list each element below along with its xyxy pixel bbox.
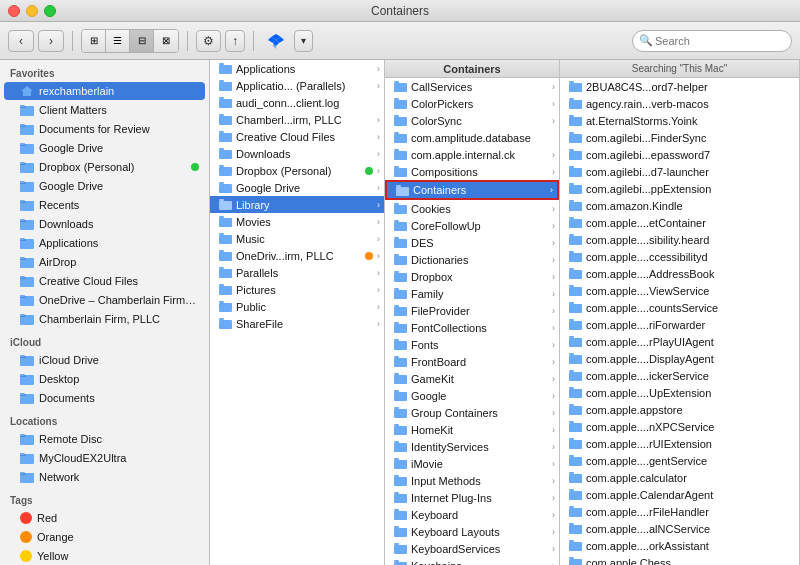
sidebar-item-1[interactable]: MyCloudEX2Ultra [4,449,205,467]
sidebar-item-1[interactable]: Orange [4,528,205,546]
col2-item-14[interactable]: FontCollections› [385,319,559,336]
col2-item-5[interactable]: Compositions› [385,163,559,180]
col3-item-9[interactable]: com.apple....sibility.heard [560,231,799,248]
col3-item-26[interactable]: com.apple....alNCService [560,520,799,537]
col3-item-27[interactable]: com.apple....orkAssistant [560,537,799,554]
sidebar-item-10[interactable]: Creative Cloud Files [4,272,205,290]
col3-item-5[interactable]: com.agilebi...d7-launcher [560,163,799,180]
col1-item-4[interactable]: Creative Cloud Files› [210,128,384,145]
col3-item-13[interactable]: com.apple....countsService [560,299,799,316]
col3-item-14[interactable]: com.apple....riForwarder [560,316,799,333]
search-input[interactable] [632,30,792,52]
col3-item-28[interactable]: com.apple.Chess [560,554,799,565]
sidebar-item-9[interactable]: AirDrop [4,253,205,271]
sidebar-item-2[interactable]: Documents [4,389,205,407]
sidebar-item-7[interactable]: Downloads [4,215,205,233]
col3-item-0[interactable]: 2BUA8C4S...ord7-helper [560,78,799,95]
col1-item-13[interactable]: Pictures› [210,281,384,298]
view-column-button[interactable]: ⊟ [130,30,154,52]
col2-item-11[interactable]: Dropbox› [385,268,559,285]
col3-item-12[interactable]: com.apple....ViewService [560,282,799,299]
maximize-button[interactable] [44,5,56,17]
col3-item-20[interactable]: com.apple....nXPCService [560,418,799,435]
col1-item-8[interactable]: Library› [210,196,384,213]
col1-item-3[interactable]: Chamberl...irm, PLLC› [210,111,384,128]
col3-item-16[interactable]: com.apple....DisplayAgent [560,350,799,367]
col3-item-18[interactable]: com.apple....UpExtension [560,384,799,401]
sidebar-item-12[interactable]: Chamberlain Firm, PLLC [4,310,205,328]
sidebar-item-3[interactable]: Google Drive [4,139,205,157]
col3-item-25[interactable]: com.apple....rFileHandler [560,503,799,520]
col2-item-18[interactable]: Google› [385,387,559,404]
col3-item-22[interactable]: com.apple....gentService [560,452,799,469]
col3-item-10[interactable]: com.apple....ccessibilityd [560,248,799,265]
col2-item-22[interactable]: iMovie› [385,455,559,472]
col2-item-16[interactable]: FrontBoard› [385,353,559,370]
col2-item-23[interactable]: Input Methods› [385,472,559,489]
back-button[interactable]: ‹ [8,30,34,52]
sidebar-item-0[interactable]: iCloud Drive [4,351,205,369]
sidebar-item-1[interactable]: Client Matters [4,101,205,119]
sidebar-item-0[interactable]: Remote Disc [4,430,205,448]
col1-item-7[interactable]: Google Drive› [210,179,384,196]
sidebar-item-0[interactable]: rexchamberlain [4,82,205,100]
col3-item-24[interactable]: com.apple.CalendarAgent [560,486,799,503]
col1-item-14[interactable]: Public› [210,298,384,315]
sidebar-item-5[interactable]: Google Drive [4,177,205,195]
col3-item-4[interactable]: com.agilebi...epassword7 [560,146,799,163]
forward-button[interactable]: › [38,30,64,52]
col3-item-15[interactable]: com.apple....rPlayUIAgent [560,333,799,350]
col1-item-0[interactable]: Applications› [210,60,384,77]
col2-item-12[interactable]: Family› [385,285,559,302]
col2-item-0[interactable]: CallServices› [385,78,559,95]
col3-item-6[interactable]: com.agilebi...ppExtension [560,180,799,197]
col2-item-13[interactable]: FileProvider› [385,302,559,319]
col2-item-19[interactable]: Group Containers› [385,404,559,421]
col1-item-5[interactable]: Downloads› [210,145,384,162]
sidebar-item-11[interactable]: OneDrive – Chamberlain Firm, PLLC [4,291,205,309]
col2-item-24[interactable]: Internet Plug-Ins› [385,489,559,506]
col2-item-10[interactable]: Dictionaries› [385,251,559,268]
sidebar-item-2[interactable]: Yellow [4,547,205,565]
col2-item-8[interactable]: CoreFollowUp› [385,217,559,234]
sidebar-item-6[interactable]: Recents [4,196,205,214]
col1-item-12[interactable]: Parallels› [210,264,384,281]
col2-item-7[interactable]: Cookies› [385,200,559,217]
col1-item-9[interactable]: Movies› [210,213,384,230]
col2-item-28[interactable]: Keychains› [385,557,559,565]
minimize-button[interactable] [26,5,38,17]
col1-item-1[interactable]: Applicatio... (Parallels)› [210,77,384,94]
col3-item-23[interactable]: com.apple.calculator [560,469,799,486]
close-button[interactable] [8,5,20,17]
view-list-button[interactable]: ☰ [106,30,130,52]
col2-item-20[interactable]: HomeKit› [385,421,559,438]
col3-item-21[interactable]: com.apple....rUIExtension [560,435,799,452]
col3-item-19[interactable]: com.apple.appstore [560,401,799,418]
col3-item-3[interactable]: com.agilebi...FinderSync [560,129,799,146]
col1-item-15[interactable]: ShareFile› [210,315,384,332]
col3-item-7[interactable]: com.amazon.Kindle [560,197,799,214]
col2-item-27[interactable]: KeyboardServices› [385,540,559,557]
sidebar-item-8[interactable]: Applications [4,234,205,252]
sidebar-item-2[interactable]: Network [4,468,205,486]
share-button[interactable]: ↑ [225,30,245,52]
col3-item-11[interactable]: com.apple....AddressBook [560,265,799,282]
view-icon-button[interactable]: ⊞ [82,30,106,52]
col3-item-2[interactable]: at.EternalStorms.Yoink [560,112,799,129]
col3-item-17[interactable]: com.apple....ickerService [560,367,799,384]
col2-item-6[interactable]: Containers› [385,180,559,200]
col2-item-17[interactable]: GameKit› [385,370,559,387]
action-button[interactable]: ⚙ [196,30,221,52]
col2-item-9[interactable]: DES› [385,234,559,251]
col1-item-6[interactable]: Dropbox (Personal)› [210,162,384,179]
col1-item-2[interactable]: audi_conn...client.log [210,94,384,111]
col2-item-2[interactable]: ColorSync› [385,112,559,129]
col2-item-3[interactable]: com.amplitude.database [385,129,559,146]
col2-item-25[interactable]: Keyboard› [385,506,559,523]
col1-item-11[interactable]: OneDriv...irm, PLLC› [210,247,384,264]
sidebar-item-4[interactable]: Dropbox (Personal) [4,158,205,176]
dropbox-button[interactable]: ▾ [294,30,313,52]
col2-item-15[interactable]: Fonts› [385,336,559,353]
col2-item-4[interactable]: com.apple.internal.ck› [385,146,559,163]
col3-item-8[interactable]: com.apple....etContainer [560,214,799,231]
